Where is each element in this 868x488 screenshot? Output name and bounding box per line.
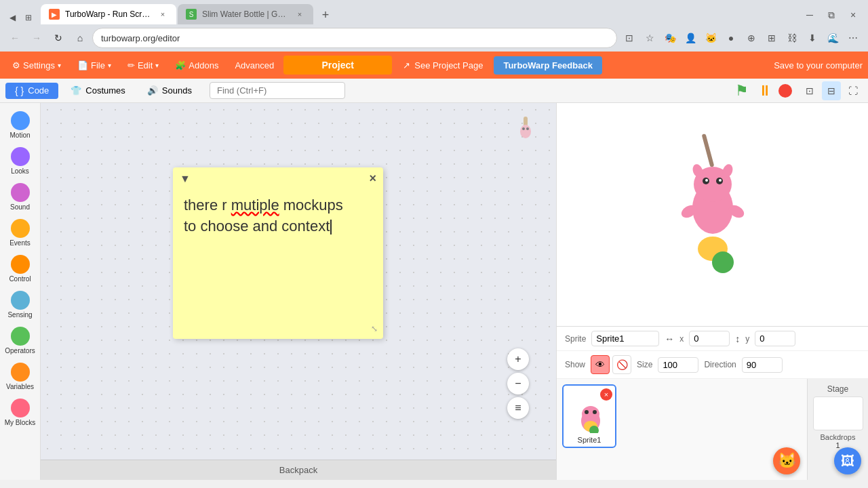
sensing-dot xyxy=(11,291,30,310)
palette-item-control[interactable]: Control xyxy=(2,252,39,285)
refresh-btn[interactable]: ↻ xyxy=(49,28,68,47)
save-btn[interactable]: Save to your computer xyxy=(774,60,863,70)
advanced-btn[interactable]: Advanced xyxy=(228,58,281,73)
costumes-tab[interactable]: 👕 Costumes xyxy=(61,83,135,98)
stage-header: Stage xyxy=(813,384,863,394)
delete-sprite-btn[interactable]: × xyxy=(600,388,612,401)
extension-icon5[interactable]: ⊞ xyxy=(762,28,781,47)
x-input[interactable] xyxy=(689,331,730,346)
app: ⚙ Settings ▾ 📄 File ▾ ✏ Edit ▾ 🧩 Addons … xyxy=(0,52,868,480)
back-btn[interactable]: ← xyxy=(5,28,24,47)
new-tab-grid[interactable]: ⊞ xyxy=(22,11,35,24)
settings-label: Settings xyxy=(23,60,55,70)
extension-icon2[interactable]: 🐱 xyxy=(701,28,720,47)
add-backdrop-btn[interactable]: 🖼 xyxy=(834,447,861,474)
settings-btn[interactable]: ⚙ Settings ▾ xyxy=(5,58,68,73)
costumes-label: Costumes xyxy=(85,85,125,96)
window-back-btn[interactable]: ◀ xyxy=(5,11,19,24)
palette-item-operators[interactable]: Operators xyxy=(2,324,39,357)
tab1-close[interactable]: × xyxy=(157,9,168,20)
show-hidden-btn[interactable]: 🚫 xyxy=(612,355,631,374)
home-btn[interactable]: ⌂ xyxy=(71,28,90,47)
minimize-btn[interactable]: ─ xyxy=(800,5,819,24)
extension-icon3[interactable]: ● xyxy=(722,28,741,47)
palette-item-sensing[interactable]: Sensing xyxy=(2,288,39,321)
note-line1: there r mutiple mockups xyxy=(184,195,372,216)
see-project-btn[interactable]: ↗ See Project Page xyxy=(395,58,491,73)
backpack-bar[interactable]: Backpack xyxy=(41,460,556,480)
tab2-close[interactable]: × xyxy=(294,9,305,20)
restore-btn[interactable]: ⧉ xyxy=(822,5,841,24)
small-stage-btn[interactable]: ⊡ xyxy=(800,81,819,100)
myblocks-label: My Blocks xyxy=(5,419,36,426)
edit-btn[interactable]: ✏ Edit ▾ xyxy=(121,58,165,73)
add-sprite-btn[interactable]: 🐱 xyxy=(773,447,800,474)
extension-icon1[interactable]: 🎭 xyxy=(660,28,679,47)
split-view-btn[interactable]: ⊟ xyxy=(822,81,841,100)
sound-label: Sound xyxy=(10,203,30,211)
show-visible-btn[interactable]: 👁 xyxy=(591,355,610,374)
turbowarp-feedback-btn[interactable]: TurboWarp Feedback xyxy=(494,56,601,75)
download-icon[interactable]: ⬇ xyxy=(803,28,822,47)
nav-icons-right: ⊡ ☆ 🎭 👤 🐱 ● ⊕ ⊞ ⛓ ⬇ 🌊 ⋯ xyxy=(620,28,863,47)
y-input[interactable] xyxy=(755,331,795,346)
note-content[interactable]: there r mutiple mockups to choose and co… xyxy=(173,190,383,339)
palette-item-sound[interactable]: Sound xyxy=(2,180,39,214)
zoom-more-btn[interactable]: ≡ xyxy=(507,397,529,419)
stop-btn[interactable] xyxy=(778,84,792,98)
profile-icon[interactable]: 👤 xyxy=(681,28,700,47)
palette-item-motion[interactable]: Motion xyxy=(2,108,39,142)
backdrops-label: Backdrops xyxy=(813,433,863,441)
palette-item-variables[interactable]: Variables xyxy=(2,360,39,393)
resize-handle[interactable]: ⤡ xyxy=(371,323,378,335)
browser-tab-1[interactable]: ▶ TurboWarp - Run Scratch proj... × xyxy=(41,4,176,24)
sprite-name-input[interactable] xyxy=(591,331,659,346)
stage-thumb xyxy=(813,396,863,430)
code-icon: { } xyxy=(15,85,24,96)
share-icon[interactable]: ⛓ xyxy=(783,28,802,47)
control-dot xyxy=(11,255,30,274)
bookmark-icon[interactable]: ☆ xyxy=(640,28,659,47)
sensing-label: Sensing xyxy=(7,311,32,319)
screen-cast-icon[interactable]: ⊡ xyxy=(620,28,639,47)
view-btns: ⊡ ⊟ ⛶ xyxy=(800,81,863,100)
extension-icon4[interactable]: ⊕ xyxy=(742,28,761,47)
zoom-out-btn[interactable]: − xyxy=(507,373,529,394)
operators-label: Operators xyxy=(5,347,35,354)
note-close-btn[interactable]: × xyxy=(369,171,376,186)
more-options-icon[interactable]: ⋯ xyxy=(844,28,863,47)
addons-btn[interactable]: 🧩 Addons xyxy=(168,58,225,73)
sounds-label: Sounds xyxy=(162,85,192,96)
find-input[interactable] xyxy=(210,82,345,99)
add-backdrop-icon: 🖼 xyxy=(841,453,854,469)
sounds-tab[interactable]: 🔊 Sounds xyxy=(138,83,201,98)
zoom-in-btn[interactable]: + xyxy=(507,348,529,370)
zoom-controls: + − ≡ xyxy=(507,348,529,419)
code-tab[interactable]: { } Code xyxy=(5,83,58,99)
size-input[interactable] xyxy=(658,357,698,373)
svg-point-3 xyxy=(526,127,529,130)
palette-item-events[interactable]: Events xyxy=(2,216,39,249)
palette-item-looks[interactable]: Looks xyxy=(2,144,39,178)
new-tab-btn[interactable]: + xyxy=(316,5,335,24)
nav-bar: ← → ↻ ⌂ turbowarp.org/editor ⊡ ☆ 🎭 👤 🐱 ●… xyxy=(0,24,868,52)
fullscreen-btn[interactable]: ⛶ xyxy=(844,81,863,100)
browser-tab-2[interactable]: S Slim Water Bottle | Generic bra... × xyxy=(178,4,313,24)
svg-point-20 xyxy=(585,410,589,414)
edge-icon[interactable]: 🌊 xyxy=(823,28,842,47)
pin-icon[interactable]: ▼ xyxy=(180,173,191,185)
pause-btn[interactable]: ⏸ xyxy=(755,81,774,100)
code-area[interactable]: ▼ × there r mutiple mockups to choose an… xyxy=(41,103,556,480)
events-dot xyxy=(11,219,30,238)
palette-item-myblocks[interactable]: My Blocks xyxy=(2,396,39,429)
address-bar[interactable]: turbowarp.org/editor xyxy=(92,28,617,48)
project-name-input[interactable] xyxy=(283,56,392,75)
direction-input[interactable] xyxy=(742,357,783,373)
file-btn[interactable]: 📄 File ▾ xyxy=(71,58,118,73)
operators-dot xyxy=(11,327,30,346)
forward-btn[interactable]: → xyxy=(27,28,46,47)
sound-dot xyxy=(11,183,30,202)
sprite-thumbnail-1[interactable]: × xyxy=(562,384,616,448)
green-flag-btn[interactable]: ⚑ xyxy=(732,81,751,100)
close-window-btn[interactable]: × xyxy=(844,5,863,24)
